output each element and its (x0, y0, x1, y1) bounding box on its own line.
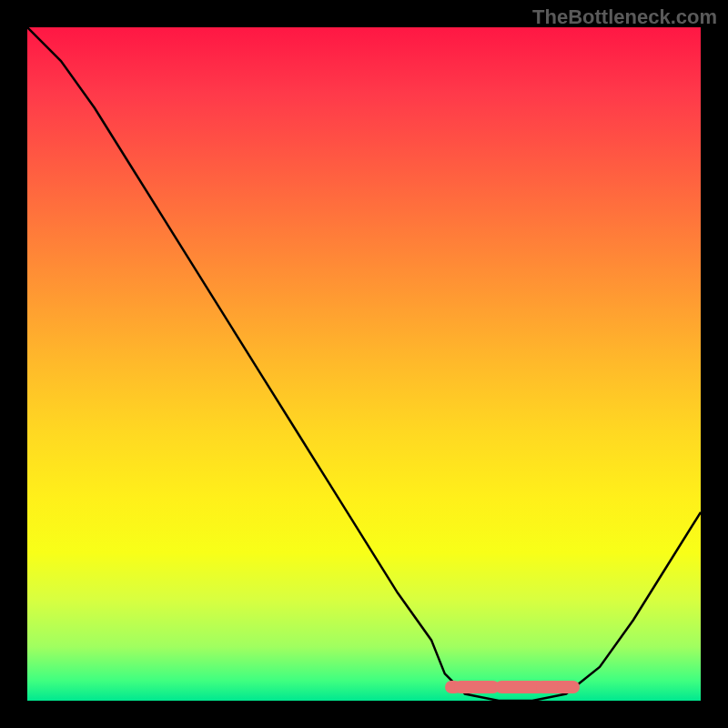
watermark-text: TheBottleneck.com (532, 5, 717, 29)
optimal-range-segment (454, 681, 500, 693)
bottleneck-curve (27, 27, 701, 701)
optimal-range-segment (557, 681, 580, 693)
chart-plot-area (27, 27, 701, 701)
